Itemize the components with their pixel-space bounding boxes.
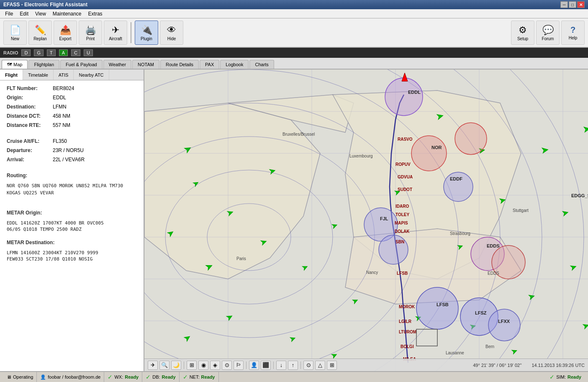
svg-text:IDARO: IDARO [395,204,409,209]
radio-btn-t[interactable]: T [47,49,56,56]
origin-label: Origin: [7,95,53,101]
forum-button[interactable]: 💬 Forum [536,21,560,45]
left-panel: Flight Timetable ATIS Nearby ATC FLT Num… [0,70,144,371]
radio-btn-c[interactable]: C [71,49,80,56]
dist-rte-label: Distance RTE: [7,122,53,128]
departure-row: Departure: 23R / NOR5U [7,147,137,153]
new-button[interactable]: 📄 New [3,21,27,45]
download-tool[interactable]: ↓ [276,361,286,370]
tab-route[interactable]: Route Details [160,60,199,69]
tab-route-label: Route Details [166,62,193,67]
window-title: EFASS - Electronic Flight Assistant [3,2,560,8]
tab-weather[interactable]: Weather [103,60,131,69]
left-tab-timetable-label: Timetable [28,72,48,77]
grid-tool[interactable]: ⊞ [327,361,337,370]
flight-info-panel: FLT Number: BER8024 Origin: EDDL Destina… [0,80,144,371]
status-db: ✓ DB: Ready [142,372,179,382]
svg-point-54 [416,287,458,329]
radio-btn-g[interactable]: G [34,49,44,56]
radio-btn-d[interactable]: D [21,49,31,56]
person-tool[interactable]: 👤 [249,361,259,370]
minimize-button[interactable]: ─ [560,1,568,8]
map-bottom-toolbar: ✈ 🔍 🌙 ⊞ ◉ ◈ ⊙ 🏳 👤 ⬛ ↓ ↑ ⊙ △ ⊞ 49° 21' 39… [144,359,588,371]
dist-rte-row: Distance RTE: 557 NM [7,122,137,128]
status-sim: ✓ SIM: Ready [546,372,585,382]
tab-charts-label: Charts [255,62,268,67]
stop-tool[interactable]: ⬛ [261,361,271,370]
tab-charts[interactable]: Charts [249,60,274,69]
export-label: Export [59,36,72,41]
setup-button[interactable]: ⚙ Setup [511,21,534,45]
left-tab-nearby-atc[interactable]: Nearby ATC [74,70,109,80]
close-button[interactable]: ✕ [577,1,585,8]
hide-button[interactable]: 👁 Hide [160,21,183,45]
cruise-alt-value: FL350 [53,138,67,144]
status-net: ✓ NET: Ready [180,372,219,382]
export-button[interactable]: 📤 Export [54,21,77,45]
left-tab-flight[interactable]: Flight [0,70,23,80]
svg-text:Luxembourg: Luxembourg [349,154,373,158]
replan-button[interactable]: ✏️ Replan [28,21,52,45]
svg-point-58 [455,123,487,155]
radio-btn-a[interactable]: A [59,49,68,56]
upload-tool[interactable]: ↑ [288,361,298,370]
menu-extras[interactable]: Extras [85,10,106,18]
zoom-tool[interactable]: 🔍 [159,361,169,370]
layers-tool-4[interactable]: ⊙ [222,361,232,370]
menu-file[interactable]: File [2,10,16,18]
layers-tool-2[interactable]: ◉ [198,361,208,370]
right-toolbar: ⚙ Setup 💬 Forum ? Help [511,21,585,45]
svg-text:TOLEY: TOLEY [395,212,409,217]
tab-fuel-label: Fuel & Payload [66,62,97,67]
left-tab-nearby-atc-label: Nearby ATC [79,72,103,77]
origin-value: EDDL [53,95,66,101]
plane-tool[interactable]: ✈ [148,361,158,370]
layers-tool-5[interactable]: 🏳 [234,361,244,370]
metar-origin-label: METAR Origin: [7,210,137,216]
plugin-button[interactable]: 🔌 Plugin [135,21,158,45]
window-controls: ─ □ ✕ [560,1,585,8]
spacer3 [7,203,137,210]
destination-label: Destination: [7,104,53,110]
menu-maintenance[interactable]: Maintenance [49,10,85,18]
wx-label: WX: [114,374,123,379]
destination-row: Destination: LFMN [7,104,137,110]
user-icon: 👤 [40,374,46,380]
spacer1 [7,132,137,138]
toolbar-sep-2 [246,361,246,369]
aircraft-button[interactable]: ✈ Aircraft [104,21,127,45]
tab-pax[interactable]: PAX [200,60,219,69]
left-tab-atis[interactable]: ATIS [54,70,74,80]
radio-btn-u[interactable]: U [84,49,93,56]
tab-flightplan[interactable]: Flightplan [28,60,59,69]
db-label: DB: [152,374,160,379]
print-button[interactable]: 🖨️ Print [79,21,102,45]
metar-dest-label: METAR Destination: [7,240,137,245]
left-tab-flight-label: Flight [5,72,18,77]
map-area[interactable]: ➤ ➤ ➤ ➤ ➤ ➤ ➤ ➤ ➤ ➤ ➤ ➤ ➤ ➤ ➤ ➤ ➤ ➤ ➤ [144,70,588,371]
circle-tool[interactable]: ⊙ [303,361,313,370]
layers-tool-1[interactable]: ⊞ [187,361,197,370]
left-tab-timetable[interactable]: Timetable [23,70,54,80]
svg-text:LFSB: LFSB [437,302,449,307]
sim-dot: ✓ [549,374,555,380]
forum-icon: 💬 [542,25,554,36]
tab-logbook[interactable]: Logbook [220,60,249,69]
metar-origin-text: EDDL 141620Z 17007KT 4000 BR OVC005 06/0… [7,220,137,233]
tab-map[interactable]: 🗺 Map [2,60,28,69]
menu-view[interactable]: View [32,10,49,18]
menu-edit[interactable]: Edit [16,10,32,18]
tab-fuel[interactable]: Fuel & Payload [60,60,103,69]
setup-icon: ⚙ [519,25,527,36]
tab-notam-label: NOTAM [138,62,154,67]
tab-notam[interactable]: NOTAM [132,60,159,69]
layers-tool-3[interactable]: ◈ [210,361,220,370]
help-button[interactable]: ? Help [561,21,585,45]
svg-text:ROPUV: ROPUV [395,162,411,167]
triangle-tool[interactable]: △ [315,361,325,370]
content-area: Flight Timetable ATIS Nearby ATC FLT Num… [0,70,588,371]
net-label: NET: [190,374,200,379]
moon-tool[interactable]: 🌙 [171,361,181,370]
db-dot: ✓ [146,374,151,380]
maximize-button[interactable]: □ [569,1,576,8]
